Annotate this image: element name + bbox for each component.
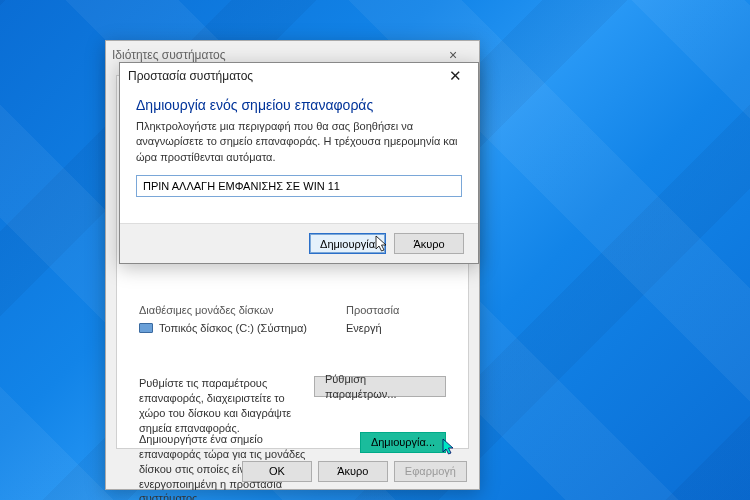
configure-row: Ρυθμίστε τις παραμέτρους επαναφοράς, δια… [139, 376, 446, 435]
window-title: Ιδιότητες συστήματος [112, 48, 433, 62]
ok-button[interactable]: OK [242, 461, 312, 482]
create-restore-point-dialog: Προστασία συστήματος ✕ Δημιουργία ενός σ… [119, 62, 479, 264]
dialog-cancel-button[interactable]: Άκυρο [394, 233, 464, 254]
configure-button[interactable]: Ρύθμιση παραμέτρων... [314, 376, 446, 397]
dialog-description: Πληκτρολογήστε μια περιγραφή που θα σας … [120, 119, 478, 175]
col-protection: Προστασία [346, 304, 446, 316]
drive-status: Ενεργή [346, 322, 446, 334]
configure-text: Ρυθμίστε τις παραμέτρους επαναφοράς, δια… [139, 376, 306, 435]
create-restore-point-button[interactable]: Δημιουργία... [360, 432, 446, 453]
drives-header: Διαθέσιμες μονάδες δίσκων Προστασία [139, 304, 446, 316]
col-available: Διαθέσιμες μονάδες δίσκων [139, 304, 346, 316]
dialog-heading: Δημιουργία ενός σημείου επαναφοράς [120, 89, 478, 119]
close-icon[interactable]: ✕ [440, 67, 470, 85]
input-value: ΠΡΙΝ ΑΛΛΑΓΗ ΕΜΦΑΝΙΣΗΣ ΣΕ WIN 11 [143, 180, 340, 192]
restore-point-name-input[interactable]: ΠΡΙΝ ΑΛΛΑΓΗ ΕΜΦΑΝΙΣΗΣ ΣΕ WIN 11 [136, 175, 462, 197]
properties-footer: OK Άκυρο Εφαρμογή [106, 453, 479, 489]
drive-icon [139, 323, 153, 333]
cancel-button[interactable]: Άκυρο [318, 461, 388, 482]
close-icon[interactable]: × [433, 47, 473, 63]
dialog-create-button[interactable]: Δημιουργία [309, 233, 386, 254]
dialog-footer: Δημιουργία Άκυρο [120, 223, 478, 263]
drive-row[interactable]: Τοπικός δίσκος (C:) (Σύστημα) Ενεργή [139, 322, 446, 334]
apply-button: Εφαρμογή [394, 461, 467, 482]
dialog-titlebar: Προστασία συστήματος ✕ [120, 63, 478, 89]
drive-name: Τοπικός δίσκος (C:) (Σύστημα) [159, 322, 307, 334]
dialog-title: Προστασία συστήματος [128, 69, 440, 83]
